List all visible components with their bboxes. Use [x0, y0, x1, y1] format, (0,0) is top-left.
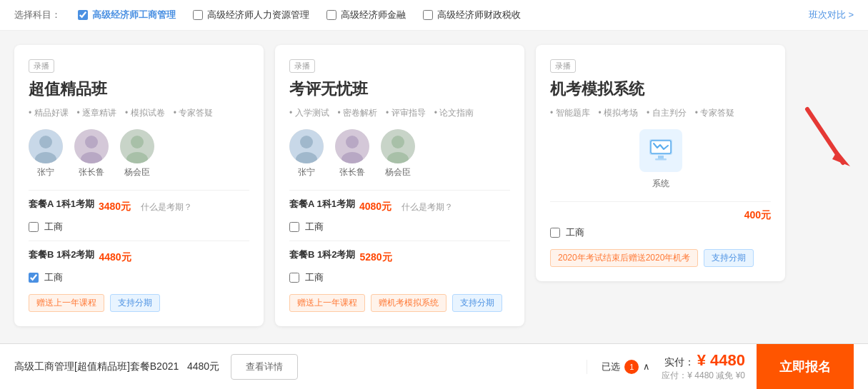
subject-jinrong-label: 高级经济师金融 — [341, 9, 406, 21]
card-2-pkg-b-option[interactable]: 工商 — [289, 271, 510, 284]
card-2-title: 考评无忧班 — [289, 79, 510, 100]
c2-feature-0: 入学测试 — [289, 107, 329, 119]
feature-2: 模拟试卷 — [125, 107, 165, 119]
c2-feature-2: 评审指导 — [386, 107, 426, 119]
subject-jinrong-checkbox[interactable] — [326, 10, 336, 20]
svg-point-7 — [131, 136, 144, 148]
subject-jinrong[interactable]: 高级经济师金融 — [326, 9, 406, 21]
teacher-yang-huichen-avatar — [120, 129, 154, 163]
subject-gongshang-label: 高级经济师工商管理 — [92, 9, 176, 21]
svg-rect-20 — [658, 156, 664, 158]
svg-rect-21 — [655, 158, 667, 161]
card-2-tag-2: 支持分期 — [452, 294, 502, 312]
card-3-pkg-option-label: 工商 — [566, 226, 584, 239]
card-1-tag-1: 支持分期 — [110, 294, 160, 312]
card-2-features: 入学测试 密卷解析 评审指导 论文指南 — [289, 107, 510, 119]
card-3-pkg-checkbox[interactable] — [550, 228, 560, 238]
c2-feature-1: 密卷解析 — [338, 107, 378, 119]
card-3-tags: 2020年考试结束后赠送2020年机考 支持分期 — [550, 249, 771, 267]
svg-point-4 — [85, 136, 98, 148]
subject-caishui[interactable]: 高级经济师财政税收 — [423, 9, 521, 21]
card-2-tag-0: 赠送上一年课程 — [289, 294, 365, 312]
card-3-pkg-option[interactable]: 工商 — [550, 226, 771, 239]
card-2-pkg-a-label: 套餐A 1科1考期 — [289, 198, 355, 211]
c2-teacher-1-avatar — [335, 129, 369, 163]
feature-3: 专家答疑 — [174, 107, 214, 119]
card-1-pkg-b-option-gongshang[interactable]: 工商 — [29, 271, 249, 284]
card-1-pkg-a-link[interactable]: 什么是考期？ — [141, 201, 192, 213]
c3-feature-1: 模拟考场 — [599, 107, 639, 119]
card-2-pkg-b-option-label: 工商 — [305, 271, 324, 284]
card-2-pkg-b-label: 套餐B 1科2考期 — [289, 248, 355, 261]
card-2-pkg-a-price: 4080元 — [359, 201, 391, 213]
card-2-tag: 录播 — [289, 59, 315, 73]
card-2-teachers: 张宁 张长鲁 — [289, 129, 510, 178]
subject-gongshang-checkbox[interactable] — [78, 10, 88, 20]
c2-teacher-2-name: 杨会臣 — [385, 166, 411, 178]
c3-feature-2: 自主判分 — [647, 107, 687, 119]
card-1-tag: 录播 — [29, 59, 54, 73]
card-2-pkg-a-link[interactable]: 什么是考期？ — [401, 201, 453, 213]
card-1-pkg-a-label: 套餐A 1科1考期 — [29, 198, 94, 211]
subject-caishui-checkbox[interactable] — [423, 10, 433, 20]
subject-caishui-label: 高级经济师财政税收 — [437, 9, 521, 21]
card-3-tag: 录播 — [550, 59, 576, 73]
teacher-zhang-chanlu-avatar — [74, 129, 109, 163]
subject-renliziyuan-label: 高级经济师人力资源管理 — [207, 9, 309, 21]
card-2-tags: 赠送上一年课程 赠机考模拟系统 支持分期 — [289, 294, 510, 312]
card-1-pkg-b-checkbox[interactable] — [29, 273, 39, 283]
svg-rect-19 — [651, 141, 671, 153]
card-2: 录播 考评无忧班 入学测试 密卷解析 评审指导 论文指南 张宁 — [275, 45, 524, 326]
teacher-zhang-chanlu: 张长鲁 — [74, 129, 109, 178]
svg-point-13 — [346, 136, 359, 148]
card-1: 录播 超值精品班 精品好课 逐章精讲 模拟试卷 专家答疑 张宁 — [14, 45, 264, 326]
svg-point-16 — [391, 136, 404, 148]
c3-feature-3: 专家答疑 — [695, 107, 735, 119]
card-3-pkg-price: 400元 — [744, 209, 771, 222]
card-1-tag-0: 赠送上一年课程 — [29, 294, 104, 312]
card-1-pkg-a-checkbox[interactable] — [29, 222, 39, 232]
card-3: 录播 机考模拟系统 智能题库 模拟考场 自主判分 专家答疑 系统 — [536, 45, 785, 281]
system-icon — [639, 129, 682, 172]
svg-point-10 — [300, 136, 313, 148]
red-arrow-icon — [800, 102, 850, 173]
subject-renliziyuan-checkbox[interactable] — [193, 10, 203, 20]
subject-filter-label: 选择科目： — [14, 9, 61, 21]
card-3-tag-0: 2020年考试结束后赠送2020年机考 — [550, 249, 698, 267]
card-1-features: 精品好课 逐章精讲 模拟试卷 专家答疑 — [29, 107, 249, 119]
c2-teacher-2-avatar — [381, 129, 415, 163]
teacher-zhang-ning: 张宁 — [29, 129, 63, 178]
subject-renliziyuan[interactable]: 高级经济师人力资源管理 — [193, 9, 309, 21]
subject-gongshang[interactable]: 高级经济师工商管理 — [78, 9, 176, 21]
feature-1: 逐章精讲 — [77, 107, 117, 119]
card-3-features: 智能题库 模拟考场 自主判分 专家答疑 — [550, 107, 771, 119]
card-1-title: 超值精品班 — [29, 79, 249, 100]
card-1-pkg-a-option-gongshang[interactable]: 工商 — [29, 221, 249, 233]
card-1-pkg-b-label: 套餐B 1科2考期 — [29, 248, 94, 261]
card-2-pkg-a-checkbox[interactable] — [289, 222, 299, 232]
subject-filter-bar: 选择科目： 高级经济师工商管理 高级经济师人力资源管理 高级经济师金融 高级经济… — [0, 0, 868, 31]
teacher-zhang-chanlu-name: 张长鲁 — [79, 166, 104, 178]
c3-feature-0: 智能题库 — [550, 107, 590, 119]
c2-teacher-0-avatar — [289, 129, 324, 163]
card-3-title: 机考模拟系统 — [550, 79, 771, 100]
red-arrow-area — [797, 45, 854, 173]
teacher-yang-huichen: 杨会臣 — [120, 129, 154, 178]
card-1-pkg-a-option-label: 工商 — [44, 221, 63, 233]
teacher-zhang-ning-name: 张宁 — [37, 166, 54, 178]
card-1-teachers: 张宁 张长鲁 — [29, 129, 249, 178]
svg-point-1 — [39, 136, 52, 148]
card-2-pkg-b-price: 5280元 — [359, 251, 391, 264]
cards-container: 录播 超值精品班 精品好课 逐章精讲 模拟试卷 专家答疑 张宁 — [0, 31, 868, 340]
compare-link[interactable]: 班次对比 > — [809, 9, 854, 21]
card-2-tag-1: 赠机考模拟系统 — [371, 294, 447, 312]
c2-teacher-1: 张长鲁 — [335, 129, 369, 178]
card-2-pkg-b-checkbox[interactable] — [289, 273, 299, 283]
feature-0: 精品好课 — [29, 107, 69, 119]
teacher-zhang-ning-avatar — [29, 129, 63, 163]
card-2-pkg-a-option[interactable]: 工商 — [289, 221, 510, 233]
card-1-pkg-b-price: 4480元 — [99, 251, 131, 264]
card-2-pkg-a-option-label: 工商 — [305, 221, 324, 233]
c2-teacher-2: 杨会臣 — [381, 129, 415, 178]
card-3-tag-1: 支持分期 — [704, 249, 754, 267]
